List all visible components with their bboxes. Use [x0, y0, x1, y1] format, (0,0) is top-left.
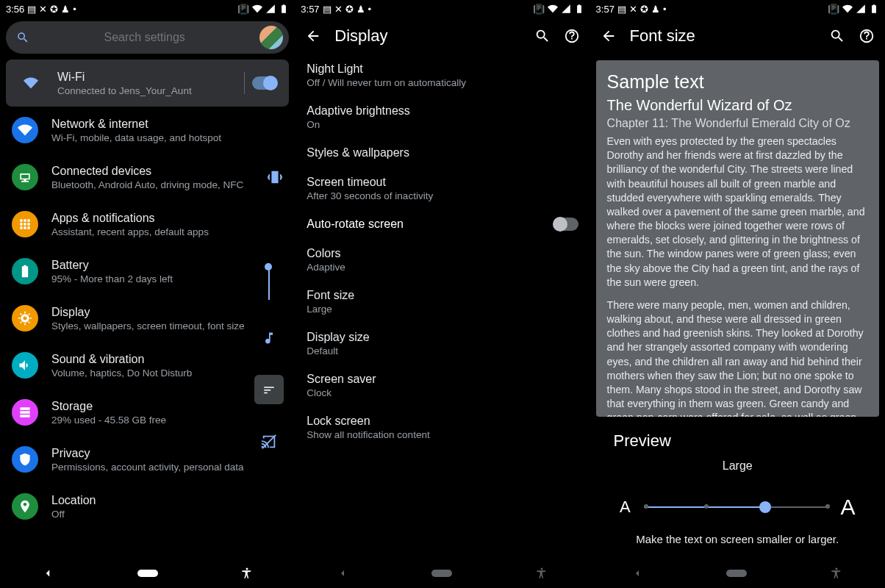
row-subtitle: Styles, wallpapers, screen timeout, font…	[51, 320, 283, 331]
display-row-auto-rotate-screen[interactable]: Auto-rotate screen	[295, 209, 590, 239]
accessibility-icon[interactable]	[535, 567, 548, 580]
divider	[244, 72, 245, 94]
sound-icon	[12, 352, 38, 379]
row-subtitle: Bluetooth, Android Auto, driving mode, N…	[51, 179, 254, 190]
font-size-slider-row: A A	[590, 473, 885, 533]
battery-icon	[12, 258, 38, 284]
help-icon[interactable]	[564, 28, 580, 44]
status-time: 3:56	[6, 4, 24, 15]
wifi-subtitle: Connected to Jens_Your_Aunt	[57, 85, 231, 96]
nav-home[interactable]	[137, 570, 158, 577]
row-subtitle: 29% used - 45.58 GB free	[51, 415, 283, 426]
display-row-screen-timeout[interactable]: Screen timeoutAfter 30 seconds of inacti…	[295, 168, 590, 209]
display-icon	[12, 305, 38, 331]
display-row-colors[interactable]: ColorsAdaptive	[295, 239, 590, 281]
settings-row-devices[interactable]: Connected devicesBluetooth, Android Auto…	[0, 154, 295, 201]
setting-title: Font size	[307, 289, 578, 302]
font-size-hint: Make the text on screen smaller or large…	[590, 533, 885, 545]
signal-icon	[265, 4, 276, 14]
battery-status-icon	[574, 4, 584, 14]
music-note-icon[interactable]	[262, 331, 276, 345]
brightness-slider-thumb[interactable]	[265, 263, 272, 270]
display-row-night-light[interactable]: Night LightOff / Will never turn on auto…	[295, 54, 590, 96]
status-bar: 3:57 ▤✕✪♟• 📳	[295, 0, 590, 18]
back-arrow-icon[interactable]	[305, 28, 321, 44]
font-size-slider[interactable]	[644, 506, 828, 509]
status-right-icons: 📳	[237, 4, 289, 15]
settings-main-screen: 3:56 ▤ ✕ ✪ ♟ • 📳 Wi-Fi Connected to Jens…	[0, 0, 295, 588]
wifi-icon	[12, 117, 38, 143]
wifi-toggle[interactable]	[252, 76, 277, 90]
vibrate-icon	[267, 169, 283, 185]
settings-row-wifi[interactable]: Network & internetWi-Fi, mobile, data us…	[0, 107, 295, 154]
search-icon[interactable]	[534, 28, 551, 44]
setting-subtitle: On	[307, 119, 578, 130]
display-row-font-size[interactable]: Font sizeLarge	[295, 281, 590, 323]
row-title: Connected devices	[51, 165, 254, 178]
row-subtitle: Volume, haptics, Do Not Disturb	[51, 368, 283, 379]
toggle[interactable]	[553, 218, 578, 231]
row-title: Display	[51, 306, 283, 319]
status-bar: 3:57 ▤✕✪♟• 📳	[590, 0, 885, 18]
row-subtitle: 95% - More than 2 days left	[51, 273, 283, 284]
nav-home[interactable]	[431, 570, 452, 577]
storage-icon	[12, 399, 38, 426]
setting-subtitle: Show all notification content	[307, 429, 578, 440]
devices-icon	[12, 164, 38, 190]
current-size-label: Large	[590, 459, 885, 473]
status-xbox-icon: ✪	[50, 4, 58, 15]
sample-heading: Sample text	[607, 71, 868, 93]
display-row-screen-saver[interactable]: Screen saverClock	[295, 365, 590, 406]
setting-subtitle: After 30 seconds of inactivity	[307, 190, 578, 201]
setting-title: Adaptive brightness	[307, 104, 578, 118]
setting-title: Auto-rotate screen	[307, 218, 404, 231]
row-title: Apps & notifications	[51, 212, 283, 225]
back-arrow-icon[interactable]	[601, 28, 617, 44]
setting-title: Styles & wallpapers	[307, 146, 578, 159]
accessibility-icon[interactable]	[240, 567, 254, 580]
setting-title: Display size	[307, 331, 578, 344]
wifi-status-icon	[548, 4, 558, 14]
sample-chapter: Chapter 11: The Wonderful Emerald City o…	[607, 117, 868, 130]
page-title: Display	[334, 26, 520, 46]
status-tools-icon: ✕	[39, 4, 47, 15]
nav-home[interactable]	[726, 570, 747, 577]
sample-paragraph-2: There were many people, men, women and c…	[607, 298, 868, 417]
row-title: Location	[51, 494, 283, 507]
font-size-screen: 3:57 ▤✕✪♟• 📳 Font size Sample text The W…	[590, 0, 885, 588]
privacy-icon	[12, 446, 38, 473]
nav-bar	[295, 559, 590, 588]
settings-row-apps[interactable]: Apps & notificationsAssistant, recent ap…	[0, 201, 295, 248]
setting-subtitle: Off / Will never turn on automatically	[307, 77, 578, 88]
help-icon[interactable]	[859, 28, 875, 44]
search-input[interactable]	[29, 31, 259, 44]
wifi-title: Wi-Fi	[57, 71, 231, 84]
display-row-adaptive-brightness[interactable]: Adaptive brightnessOn	[295, 96, 590, 138]
row-subtitle: Wi-Fi, mobile, data usage, and hotspot	[51, 132, 283, 143]
display-row-lock-screen[interactable]: Lock screenShow all notification content	[295, 406, 590, 448]
display-row-display-size[interactable]: Display sizeDefault	[295, 323, 590, 365]
nav-back-icon[interactable]	[41, 567, 54, 580]
setting-subtitle: Large	[307, 304, 578, 315]
sample-paragraph-1: Even with eyes protected by the green sp…	[607, 135, 868, 290]
cast-off-icon[interactable]	[261, 434, 277, 450]
nav-back-icon[interactable]	[631, 567, 643, 579]
status-dot-icon: •	[73, 4, 76, 15]
nav-bar	[0, 559, 295, 588]
settings-row-location[interactable]: LocationOff	[0, 483, 295, 530]
search-icon[interactable]	[829, 28, 845, 44]
profile-avatar[interactable]	[259, 26, 283, 49]
search-settings-bar[interactable]	[6, 21, 289, 54]
tune-icon[interactable]	[254, 375, 284, 404]
setting-subtitle: Clock	[307, 387, 578, 398]
wifi-status-icon	[252, 4, 262, 14]
row-subtitle: Permissions, account activity, personal …	[51, 462, 283, 473]
nav-back-icon[interactable]	[337, 567, 348, 579]
wifi-status-icon	[842, 4, 853, 14]
display-row-styles-wallpapers[interactable]: Styles & wallpapers	[295, 138, 590, 168]
setting-title: Screen timeout	[307, 176, 578, 189]
apps-icon	[12, 211, 38, 237]
row-title: Sound & vibration	[51, 353, 283, 366]
wifi-quick-row[interactable]: Wi-Fi Connected to Jens_Your_Aunt	[6, 60, 289, 107]
accessibility-icon[interactable]	[830, 567, 843, 580]
